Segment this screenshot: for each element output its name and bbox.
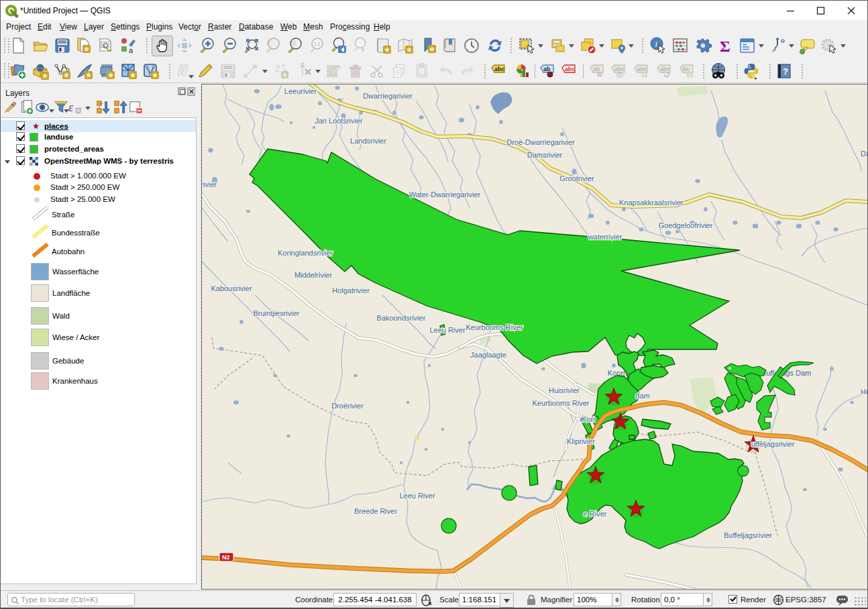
svg-text:Holgatrivier: Holgatrivier: [332, 286, 370, 294]
svg-text:Droërivier: Droërivier: [331, 402, 364, 410]
svg-text:Bruintjiesrivier: Bruintjiesrivier: [253, 309, 299, 317]
svg-text:?: ?: [783, 66, 788, 76]
svg-text:ab: ab: [543, 66, 550, 72]
svg-text:uffeljagsrivier: uffeljagsrivier: [751, 440, 795, 448]
svg-text:ab: ab: [593, 66, 600, 72]
svg-text:Damsrivier: Damsrivier: [527, 151, 563, 159]
svg-text:Hu: Hu: [861, 388, 867, 396]
svg-text:Leeu River: Leeu River: [429, 326, 466, 334]
svg-text:Da: Da: [861, 150, 867, 158]
svg-text:Keurbooms River: Keurbooms River: [533, 399, 590, 407]
svg-text:Bakoondsrivier: Bakoondsrivier: [377, 314, 426, 322]
svg-text:Buffeljagsrivier: Buffeljagsrivier: [724, 531, 772, 539]
svg-text:abc: abc: [494, 66, 504, 72]
svg-text:Dwarriegarivier: Dwarriegarivier: [363, 92, 413, 100]
svg-text:Kori: Kori: [582, 415, 595, 423]
svg-text:Landsrivier: Landsrivier: [350, 137, 386, 145]
svg-text:waterrivier: waterrivier: [588, 233, 622, 241]
svg-text:Leeu River: Leeu River: [399, 492, 435, 500]
svg-text:N2: N2: [222, 554, 230, 561]
svg-text:Kliprivier: Kliprivier: [567, 437, 596, 445]
svg-text:Jan Lootsrivier: Jan Lootsrivier: [315, 117, 363, 125]
svg-text:dam: dam: [635, 392, 649, 400]
svg-text:abc: abc: [660, 66, 670, 72]
svg-text:rivier: rivier: [202, 180, 217, 188]
svg-text:Water-Dwarriegarivier: Water-Dwarriegarivier: [409, 190, 481, 199]
svg-text:Grootrivier: Grootrivier: [559, 174, 594, 182]
svg-text:Goedgeloofrivier: Goedgeloofrivier: [659, 221, 713, 229]
svg-text:Middelrivier: Middelrivier: [294, 271, 333, 279]
svg-text:Huisrivier: Huisrivier: [549, 386, 580, 394]
svg-text:Keurbooms River: Keurbooms River: [466, 323, 523, 331]
svg-text:Droë-Dwarriegarivier: Droë-Dwarriegarivier: [506, 138, 575, 146]
svg-text:Σ: Σ: [720, 38, 730, 54]
svg-text:1:1: 1:1: [314, 42, 321, 46]
svg-text:a: a: [129, 46, 133, 54]
svg-text:abc: abc: [637, 66, 647, 72]
svg-text:bc: bc: [683, 66, 690, 72]
svg-text:Knapsakkraalsrivier: Knapsakkraalsrivier: [619, 199, 684, 207]
svg-text:Kabousrivier: Kabousrivier: [211, 284, 252, 292]
svg-text:abc: abc: [614, 66, 625, 72]
svg-text:i: i: [655, 39, 658, 49]
svg-text:abc: abc: [565, 66, 575, 72]
svg-text:Leeurivier: Leeurivier: [284, 87, 317, 95]
svg-text:Jaaglaagte: Jaaglaagte: [470, 351, 506, 359]
svg-text:e River: e River: [584, 510, 607, 518]
svg-text:Koringlandsrivier: Koringlandsrivier: [278, 249, 333, 257]
svg-text:Breede River: Breede River: [354, 507, 398, 515]
